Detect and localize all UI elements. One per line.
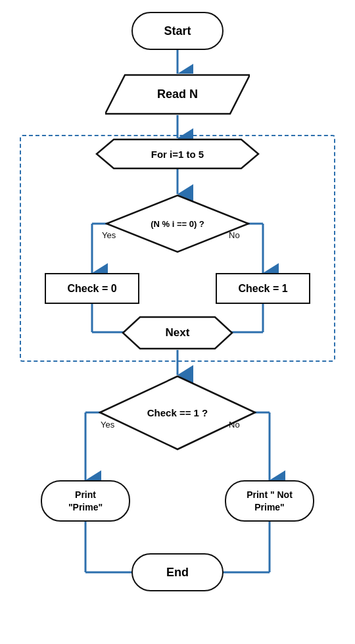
branch-left-label1: Yes bbox=[102, 230, 116, 240]
branch-right-label2: No bbox=[229, 420, 240, 430]
end-label: End bbox=[166, 566, 189, 580]
start-terminal: Start bbox=[131, 12, 224, 50]
read-n-shape: Read N bbox=[105, 74, 250, 115]
loop-label: For i=1 to 5 bbox=[151, 149, 204, 160]
check0-label: Check = 0 bbox=[67, 283, 116, 295]
print-prime-label: Print "Prime" bbox=[68, 489, 103, 512]
check1-label: Check = 1 bbox=[238, 283, 287, 295]
check1-shape: Check = 1 bbox=[216, 273, 310, 304]
branch-right-label1: No bbox=[229, 230, 240, 240]
next-shape: Next bbox=[122, 316, 233, 350]
next-label: Next bbox=[166, 326, 190, 339]
decision2-shape: Check == 1 ? bbox=[99, 375, 256, 451]
decision1-label: (N % i == 0) ? bbox=[151, 219, 204, 229]
decision1-shape: (N % i == 0) ? bbox=[105, 194, 250, 253]
start-label: Start bbox=[164, 24, 191, 38]
print-notprime-label: Print " Not Prime" bbox=[247, 489, 293, 512]
read-label: Read N bbox=[157, 87, 198, 101]
flowchart: Start Read N For i=1 to 5 (N % i == 0) ?… bbox=[0, 0, 355, 644]
end-terminal: End bbox=[131, 553, 224, 591]
decision2-label: Check == 1 ? bbox=[147, 407, 208, 418]
branch-left-label2: Yes bbox=[101, 420, 114, 430]
for-loop-shape: For i=1 to 5 bbox=[95, 138, 260, 170]
print-notprime-terminal: Print " Not Prime" bbox=[225, 480, 314, 522]
check0-shape: Check = 0 bbox=[45, 273, 139, 304]
print-prime-terminal: Print "Prime" bbox=[41, 480, 130, 522]
